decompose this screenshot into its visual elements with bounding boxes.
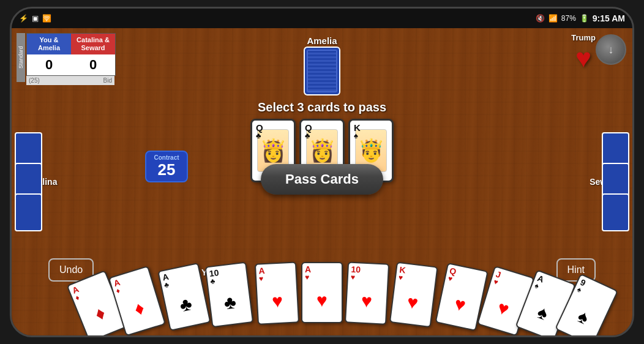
- trump-suit: ♥: [575, 45, 591, 72]
- hand-card-4[interactable]: 10 ♣ ♣: [204, 262, 253, 328]
- team2-name: Catalina &Seward: [71, 34, 115, 54]
- score-bid: Bid: [103, 77, 112, 84]
- battery-percent: 87%: [561, 14, 576, 23]
- select-prompt: Select 3 cards to pass: [258, 100, 386, 114]
- seward-card-3: [602, 193, 629, 231]
- card2-suit: ♣: [305, 132, 310, 140]
- wifi-icon: 🛜: [42, 14, 51, 23]
- status-right: 🔇 📶 87% 🔋 9:15 AM: [536, 13, 625, 23]
- battery-icon: 🔋: [580, 14, 589, 23]
- usb-icon: ⚡: [19, 14, 28, 23]
- team1-col: You &Amelia 0: [27, 34, 71, 75]
- sim-icon: ▣: [32, 14, 39, 23]
- team2-score: 0: [71, 54, 115, 75]
- player-hand: A ♦ ♦ A ♦ ♦ A ♣ ♣ 10 ♣ ♣: [77, 262, 567, 335]
- team1-score: 0: [27, 54, 71, 75]
- score-table: You &Amelia 0 Catalina &Seward 0: [26, 33, 116, 76]
- direction-button[interactable]: ↓: [596, 34, 626, 65]
- catalina-card-3: [15, 193, 42, 231]
- standard-label: Standard: [17, 33, 25, 82]
- hand-card-6[interactable]: A ♥ ♥: [301, 262, 343, 323]
- hand-card-8[interactable]: K ♥ ♥: [389, 262, 438, 328]
- contract-number: 25: [152, 161, 181, 179]
- phone-frame: ⚡ ▣ 🛜 🔇 📶 87% 🔋 9:15 AM Standard You &Am…: [10, 7, 634, 337]
- hand-card-7[interactable]: 10 ♥ ♥: [345, 261, 389, 324]
- status-bar: ⚡ ▣ 🛜 🔇 📶 87% 🔋 9:15 AM: [12, 9, 632, 28]
- scoreboard: Standard You &Amelia 0 Catalina &Seward …: [17, 33, 116, 85]
- amelia-cards: [304, 47, 340, 95]
- trump-area: Trump ♥: [571, 33, 596, 72]
- seward-cards: [602, 136, 629, 228]
- hand-card-5[interactable]: A ♥ ♥: [255, 261, 299, 324]
- contract-badge: Contract 25: [145, 151, 188, 182]
- score-points: (25): [29, 77, 40, 84]
- game-area: Standard You &Amelia 0 Catalina &Seward …: [12, 28, 632, 335]
- hand-card-3[interactable]: A ♣ ♣: [157, 263, 211, 331]
- pass-cards-button[interactable]: Pass Cards: [261, 164, 383, 195]
- card1-suit: ♣: [256, 132, 261, 140]
- team2-col: Catalina &Seward 0: [71, 34, 115, 75]
- team1-name: You &Amelia: [27, 34, 71, 54]
- card3-suit: ♠: [354, 132, 358, 140]
- signal-icon: 📶: [549, 14, 558, 23]
- status-left: ⚡ ▣ 🛜: [19, 14, 51, 23]
- amelia-card-back: [304, 47, 340, 95]
- clock: 9:15 AM: [593, 13, 625, 23]
- player-amelia-label: Amelia: [307, 36, 337, 46]
- trump-label: Trump: [571, 33, 596, 42]
- catalina-cards: [15, 136, 42, 228]
- mute-icon: 🔇: [536, 14, 545, 23]
